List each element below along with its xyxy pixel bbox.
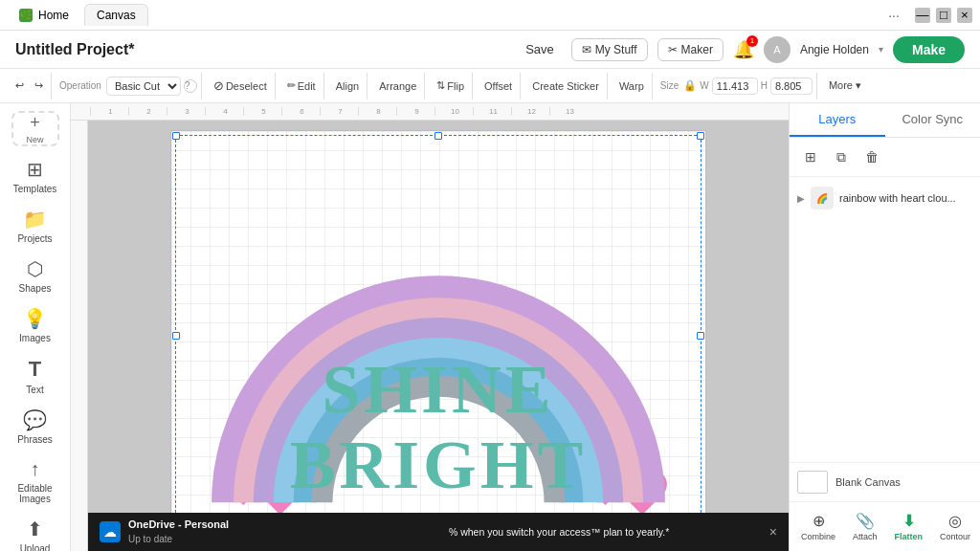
layers-list: ▶ 🌈 rainbow with heart clou... [790, 177, 980, 462]
flatten-button[interactable]: ⬇ Flatten [887, 508, 931, 545]
tab-home[interactable]: 🌿 Home [8, 5, 80, 26]
maximize-button[interactable]: □ [936, 8, 951, 23]
tooltip-close-icon[interactable]: × [769, 524, 777, 540]
maker-button[interactable]: ✂ Maker [657, 38, 724, 61]
warp-group: Warp [612, 73, 653, 99]
left-sidebar: + New ⊞ Templates 📁 Projects ⬡ Shapes 💡 … [0, 103, 71, 551]
panel-bottom-actions: ⊕ Combine 📎 Attach ⬇ Flatten ◎ Contour [790, 501, 980, 551]
width-input[interactable] [712, 77, 758, 95]
right-panel: Layers Color Sync ⊞ ⧉ 🗑 ▶ 🌈 rainbow with… [789, 103, 980, 551]
edit-button[interactable]: ✏ Edit [283, 77, 320, 94]
edit-icon: ✏ [287, 79, 296, 92]
canvas-background[interactable]: SHINE BRIGHT [88, 121, 789, 551]
operation-help[interactable]: ? [184, 79, 197, 93]
layer-name: rainbow with heart clou... [839, 192, 972, 204]
user-avatar[interactable]: A [764, 36, 791, 63]
notification-badge: 1 [746, 35, 758, 47]
ruler-horizontal: 1 2 3 4 5 6 7 8 9 10 11 12 13 [71, 103, 789, 121]
tooltip-message: % when you switch your access™ plan to y… [449, 526, 762, 538]
text-icon: T [29, 357, 41, 382]
flip-button[interactable]: ⇅ Flip [433, 77, 468, 94]
operation-select[interactable]: Basic Cut [106, 77, 181, 96]
toolbar: ↩ ↪ Operation Basic Cut ? ⊘ Deselect ✏ E… [0, 69, 980, 103]
sticker-button[interactable]: Create Sticker [528, 78, 603, 94]
sidebar-item-projects[interactable]: 📁 Projects [5, 202, 66, 250]
more-group: More ▾ [821, 73, 869, 99]
arrange-group: Arrange [371, 73, 425, 99]
tab-home-label: Home [38, 9, 69, 22]
tab-layers[interactable]: Layers [790, 103, 885, 137]
tab-colorsync[interactable]: Color Sync [885, 103, 981, 137]
svg-text:SHINE: SHINE [323, 351, 555, 428]
project-title: Untitled Project* [15, 41, 506, 58]
offset-button[interactable]: Offset [480, 78, 516, 94]
sidebar-item-text[interactable]: T Text [5, 351, 66, 401]
close-button[interactable]: × [957, 8, 972, 23]
tab-canvas[interactable]: Canvas [84, 4, 148, 26]
deselect-group: ⊘ Deselect [206, 73, 276, 99]
upload-icon: ⬆ [27, 518, 43, 540]
contour-button[interactable]: ◎ Contour [932, 508, 978, 545]
sidebar-item-phrases[interactable]: 💬 Phrases [5, 403, 66, 451]
warp-button[interactable]: Warp [615, 78, 648, 94]
delete-button[interactable]: 🗑 [858, 143, 885, 170]
window-controls: ··· — □ × [886, 8, 972, 23]
more-dots[interactable]: ··· [886, 8, 902, 23]
editable-icon: ↑ [31, 458, 40, 480]
group-button[interactable]: ⊞ [797, 143, 824, 170]
canvas-area[interactable]: 1 2 3 4 5 6 7 8 9 10 11 12 13 [71, 103, 789, 551]
sidebar-item-templates[interactable]: ⊞ Templates [5, 152, 66, 200]
minimize-button[interactable]: — [915, 8, 930, 23]
flatten-icon: ⬇ [902, 512, 915, 530]
sidebar-item-editable[interactable]: ↑ Editable Images [5, 452, 66, 510]
templates-icon: ⊞ [27, 158, 43, 181]
size-group: Size 🔒 W H [657, 73, 817, 99]
edit-group: ✏ Edit [279, 73, 324, 99]
main-area: + New ⊞ Templates 📁 Projects ⬡ Shapes 💡 … [0, 103, 980, 551]
canvas-surface[interactable]: SHINE BRIGHT [170, 130, 706, 541]
tab-canvas-label: Canvas [97, 9, 136, 22]
mystuff-button[interactable]: ✉ My Stuff [571, 38, 648, 61]
height-input[interactable] [770, 77, 813, 95]
new-icon: + [30, 113, 40, 133]
deselect-button[interactable]: ⊘ Deselect [210, 77, 271, 95]
save-button[interactable]: Save [518, 38, 562, 60]
combine-icon: ⊕ [813, 512, 825, 530]
operation-group: Operation Basic Cut ? [56, 73, 202, 99]
shapes-icon: ⬡ [27, 257, 43, 280]
flip-group: ⇅ Flip [429, 73, 473, 99]
deselect-icon: ⊘ [213, 78, 224, 93]
undo-button[interactable]: ↩ [11, 77, 28, 94]
align-button[interactable]: Align [332, 78, 363, 94]
arrange-button[interactable]: Arrange [375, 78, 420, 94]
sidebar-item-upload[interactable]: ⬆ Upload [5, 512, 66, 551]
delete-icon: 🗑 [865, 149, 879, 165]
envelope-icon: ✉ [582, 43, 591, 56]
blank-canvas-thumbnail [797, 471, 828, 494]
layer-item[interactable]: ▶ 🌈 rainbow with heart clou... [790, 181, 980, 215]
make-button[interactable]: Make [893, 36, 965, 63]
duplicate-button[interactable]: ⧉ [828, 143, 855, 170]
canvas-artwork: SHINE BRIGHT [171, 131, 705, 540]
more-button[interactable]: More ▾ [825, 77, 865, 94]
redo-button[interactable]: ↪ [31, 77, 47, 94]
layer-thumb-icon: 🌈 [816, 193, 828, 204]
top-navigation: Untitled Project* Save ✉ My Stuff ✂ Make… [0, 31, 980, 69]
width-label: W [700, 80, 708, 91]
undo-redo-group: ↩ ↪ [8, 73, 52, 99]
layer-expand-icon[interactable]: ▶ [797, 193, 805, 204]
height-label: H [761, 80, 768, 91]
sidebar-item-images[interactable]: 💡 Images [5, 301, 66, 349]
combine-button[interactable]: ⊕ Combine [793, 508, 843, 545]
nav-actions: Save ✉ My Stuff ✂ Maker 🔔 1 A Angie Hold… [518, 36, 965, 63]
tooltip-text: OneDrive - Personal Up to date [128, 518, 441, 545]
home-tab-icon: 🌿 [19, 9, 33, 22]
svg-text:BRIGHT: BRIGHT [290, 427, 588, 503]
user-name[interactable]: Angie Holden [800, 43, 869, 56]
onedrive-logo: ☁ [100, 521, 121, 542]
sidebar-item-shapes[interactable]: ⬡ Shapes [5, 252, 66, 299]
blank-canvas-section: Blank Canvas [790, 462, 980, 501]
notification-bell[interactable]: 🔔 1 [733, 39, 754, 60]
attach-button[interactable]: 📎 Attach [845, 508, 885, 545]
sidebar-item-new[interactable]: + New [11, 111, 59, 146]
